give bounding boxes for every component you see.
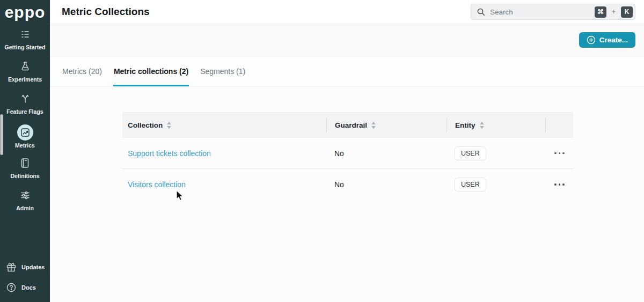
- guardrail-value: No: [334, 149, 344, 158]
- sidebar-item-getting-started[interactable]: Getting Started: [0, 25, 50, 57]
- sort-icon[interactable]: [480, 122, 484, 129]
- tab-metrics[interactable]: Metrics (20): [62, 67, 103, 86]
- eppo-logo[interactable]: eppo: [5, 0, 46, 25]
- tab-segments[interactable]: Segments (1): [200, 67, 246, 86]
- column-label: Collection: [128, 121, 163, 129]
- branch-arrows-icon: [19, 92, 31, 105]
- column-header-entity[interactable]: Entity: [447, 117, 545, 132]
- sidebar: eppo Getting Started Experiments: [0, 0, 50, 302]
- page-title: Metric Collections: [62, 6, 150, 18]
- k-key-badge: K: [621, 6, 633, 18]
- sidebar-footer: Updates Docs: [0, 257, 50, 302]
- row-menu-ellipsis-icon[interactable]: [554, 152, 565, 154]
- checklist-icon: [19, 28, 31, 41]
- content-area: Collection Guardrail Entity Support tick…: [50, 86, 644, 302]
- gift-icon: [5, 261, 17, 273]
- metrics-chart-icon: [17, 124, 33, 141]
- table-header-row: Collection Guardrail Entity: [122, 112, 573, 138]
- sidebar-item-label: Feature Flags: [6, 109, 43, 115]
- top-bar: Metric Collections ⌘ + K: [50, 0, 644, 24]
- actions-cell: [545, 146, 573, 161]
- collection-link[interactable]: Visitors collection: [128, 180, 186, 189]
- row-menu-ellipsis-icon[interactable]: [554, 183, 565, 186]
- column-header-actions: [545, 117, 573, 132]
- shortcut-plus: +: [612, 8, 616, 16]
- column-label: Entity: [455, 121, 475, 129]
- entity-cell: USER: [447, 178, 545, 191]
- sliders-icon: [19, 189, 31, 202]
- column-label: Guardrail: [335, 121, 367, 129]
- collection-cell: Visitors collection: [122, 180, 326, 189]
- guardrail-value: No: [334, 180, 344, 189]
- sidebar-item-feature-flags[interactable]: Feature Flags: [0, 89, 50, 121]
- sidebar-item-experiments[interactable]: Experiments: [0, 57, 50, 89]
- collection-cell: Support tickets collection: [122, 149, 326, 158]
- plus-circle-icon: [587, 35, 596, 45]
- column-header-collection[interactable]: Collection: [122, 117, 326, 132]
- entity-badge: USER: [455, 146, 486, 160]
- sidebar-footer-label: Updates: [21, 264, 45, 270]
- help-circle-icon: [5, 282, 17, 293]
- search-box[interactable]: ⌘ + K: [471, 4, 635, 20]
- sidebar-footer-label: Docs: [21, 284, 36, 291]
- collection-link[interactable]: Support tickets collection: [128, 149, 211, 158]
- tab-metric-collections[interactable]: Metric collections (2): [113, 67, 189, 86]
- collections-table: Collection Guardrail Entity Support tick…: [122, 112, 573, 200]
- guardrail-cell: No: [326, 149, 447, 158]
- sidebar-item-label: Experiments: [8, 77, 42, 83]
- create-button-label: Create...: [599, 36, 628, 44]
- action-band: Create...: [50, 24, 644, 56]
- sidebar-scrollbar[interactable]: [0, 114, 3, 155]
- sidebar-item-docs[interactable]: Docs: [5, 277, 50, 298]
- sidebar-item-label: Definitions: [10, 173, 39, 180]
- tab-bar: Metrics (20) Metric collections (2) Segm…: [50, 56, 644, 86]
- entity-cell: USER: [447, 146, 545, 160]
- book-icon: [19, 157, 31, 170]
- sidebar-item-label: Getting Started: [5, 45, 46, 51]
- search-input[interactable]: [490, 8, 590, 16]
- actions-cell: [545, 177, 573, 192]
- search-icon: [477, 8, 486, 17]
- column-header-guardrail[interactable]: Guardrail: [326, 117, 447, 132]
- sidebar-item-label: Admin: [16, 205, 34, 212]
- sort-icon[interactable]: [371, 122, 376, 129]
- entity-badge: USER: [455, 178, 486, 191]
- sidebar-item-metrics[interactable]: Metrics: [0, 121, 50, 153]
- sidebar-item-definitions[interactable]: Definitions: [0, 153, 50, 186]
- table-row: Visitors collection No USER: [122, 169, 573, 200]
- sidebar-item-updates[interactable]: Updates: [5, 257, 50, 277]
- sidebar-item-label: Metrics: [15, 143, 35, 149]
- flask-icon: [19, 60, 31, 73]
- guardrail-cell: No: [326, 180, 447, 189]
- sidebar-nav: Getting Started Experiments Feature: [0, 25, 50, 218]
- table-row: Support tickets collection No USER: [122, 138, 573, 169]
- main-area: Metric Collections ⌘ + K Cre: [50, 0, 644, 302]
- cmd-key-badge: ⌘: [595, 6, 606, 18]
- sidebar-item-admin[interactable]: Admin: [0, 186, 50, 218]
- sort-icon[interactable]: [167, 122, 171, 129]
- create-button[interactable]: Create...: [579, 32, 635, 48]
